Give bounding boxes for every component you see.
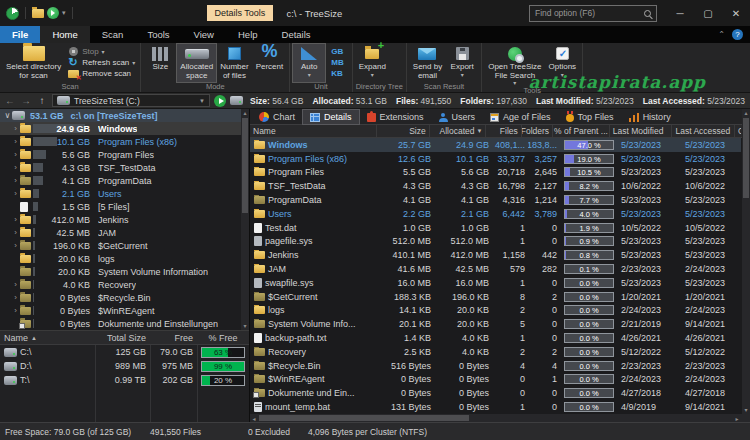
help-icon[interactable]: ? [732,29,743,40]
collapse-ribbon-icon[interactable]: ⌃ [718,30,725,39]
column-header-owner[interactable]: Owner [735,125,741,137]
start-scan-icon[interactable] [214,95,226,107]
mb-unit-button[interactable]: MB [326,57,348,68]
gb-unit-button[interactable]: GB [326,46,348,57]
tab-history[interactable]: History [622,110,678,124]
tab-extensions[interactable]: Extensions [360,110,431,124]
refresh-scan-button[interactable]: Refresh scan▾ [67,57,135,68]
table-row-tsf-testdata[interactable]: TSF_TestData4.3 GB4.3 GB16,7982,1278.2 %… [250,179,741,193]
tab-file[interactable]: File [0,26,40,43]
scroll-right-icon[interactable]: ▸ [733,414,741,422]
drives-column-free[interactable]: Free [150,331,197,344]
percent-button[interactable]: Percent [253,44,287,82]
table-row-users[interactable]: Users2.2 GB2.1 GB6,4423,7894.0 %5/23/202… [250,207,741,221]
open-folder-icon[interactable] [32,9,44,18]
expand-button[interactable]: Expand▾ [356,44,389,82]
tree-expander-icon[interactable]: › [11,306,20,315]
tab-tools[interactable]: Tools [135,26,181,43]
tree-row-recovery[interactable]: ›4.0 KBRecovery [0,278,241,291]
tree-expander-icon[interactable]: › [11,293,20,302]
table-row-windows[interactable]: Windows25.7 GB24.9 GB408,1...183,8...47.… [250,138,741,152]
tree-row-jenkins[interactable]: ›412.0 MBJenkins [0,213,241,226]
quick-scan-icon[interactable] [47,7,59,19]
column-header-name[interactable]: Name [250,125,377,137]
table-row-dokumente-und-ein[interactable]: Dokumente und Ein...0 Bytes0 Bytes000.0 … [250,386,741,400]
tree-expander-icon[interactable]: › [11,163,20,172]
tree-row-5-files[interactable]: 1.5 GB[5 Files] [0,200,241,213]
scroll-up-icon[interactable]: ▴ [742,109,750,117]
horizontal-scrollbar[interactable]: ◂ ▸ [250,414,750,422]
tree-row-program-files[interactable]: ›5.6 GBProgram Files [0,148,241,161]
scroll-down-icon[interactable]: ▾ [241,322,249,330]
tree-expander-icon[interactable]: › [11,228,20,237]
table-row-recovery[interactable]: Recovery2.5 KB4.0 KB220.0 %5/12/20225/12… [250,345,741,359]
table-row-system-volume-info[interactable]: System Volume Info...20.1 KB20.0 KB500.0… [250,317,741,331]
back-icon[interactable]: ← [4,95,16,106]
tree-expander-icon[interactable]: › [11,137,20,146]
tree-scrollbar[interactable]: ▴ ▾ [241,109,249,330]
quick-access-dropdown-icon[interactable]: ▾ [62,9,66,17]
table-row-jenkins[interactable]: Jenkins410.1 MB412.0 MB1,1584420.8 %5/23… [250,248,741,262]
table-row-program-files-x86[interactable]: Program Files (x86)12.6 GB10.1 GB33,3773… [250,152,741,166]
column-header-folders[interactable]: Folders [522,125,553,137]
tree-expander-icon[interactable]: › [11,176,20,185]
tree-expander-icon[interactable]: ∨ [3,111,12,120]
scroll-up-icon[interactable]: ▴ [241,109,249,117]
tab-home[interactable]: Home [40,26,89,43]
tree-expander-icon[interactable]: › [11,215,20,224]
tree-expander-icon[interactable]: › [11,124,20,133]
scroll-left-icon[interactable]: ◂ [250,414,258,422]
scan-target-combobox[interactable]: TreeSizeTest (C:) ▼ [52,94,210,107]
maximize-button[interactable]: ▢ [694,0,722,26]
horizontal-scroll-thumb[interactable] [259,415,469,421]
tree-row-tsf-testdata[interactable]: ›4.3 GBTSF_TestData [0,161,241,174]
minimize-button[interactable]: ─ [666,0,694,26]
tree-row-jam[interactable]: ›42.5 MBJAM [0,226,241,239]
table-row-jam[interactable]: JAM41.6 MB42.5 MB5792820.1 %2/23/20232/2… [250,262,741,276]
drives-column-free[interactable]: % Free [197,331,249,344]
drives-column-total-size[interactable]: Total Size [95,331,150,344]
forward-icon[interactable]: → [20,95,32,106]
scroll-down-icon[interactable]: ▾ [742,406,750,414]
table-row-recycle-bin[interactable]: $Recycle.Bin516 Bytes0 Bytes440.0 %2/23/… [250,359,741,373]
tree-scroll-thumb[interactable] [242,118,248,213]
tree-row-programdata[interactable]: ›4.1 GBProgramData [0,174,241,187]
close-button[interactable]: ✕ [722,0,750,26]
tree-row-system-volume-information[interactable]: 20.0 KBSystem Volume Information [0,265,241,278]
table-row-logs[interactable]: logs14.1 KB20.0 KB200.0 %2/24/20232/24/2… [250,304,741,318]
tree-row-windows[interactable]: ›24.9 GBWindows [0,122,241,135]
column-header-files[interactable]: Files [486,125,521,137]
tree-expander-icon[interactable]: › [11,150,20,159]
allocated-space-button[interactable]: Allocated space [177,44,216,82]
drive-row-c[interactable]: C:\125 GB79.0 GB63 % [0,345,249,359]
tree-row-users[interactable]: ›2.1 GBUsers [0,187,241,200]
tab-users[interactable]: Users [432,110,483,124]
tree-row-c-on-treesizetest[interactable]: ∨53.1 GBc:\ on [TreeSizeTest] [0,109,241,122]
select-directory-for-scan-button[interactable]: Select directory for scan [3,44,64,82]
column-header-last-modified[interactable]: Last Modified [610,125,673,137]
find-option-search[interactable]: Find option (F6) [529,5,657,22]
tab-age-of-files[interactable]: Age of Files [483,110,558,124]
table-scrollbar[interactable]: ▴ ▾ [742,109,750,414]
table-row-getcurrent[interactable]: $GetCurrent188.3 KB196.0 KB820.0 %1/20/2… [250,290,741,304]
tree-expander-icon[interactable]: › [11,241,20,250]
drive-row-t[interactable]: T:\0.99 TB202 GB20 % [0,373,249,387]
column-header-size[interactable]: Size [377,125,430,137]
tab-scan[interactable]: Scan [90,26,136,43]
tree-row-winreagent[interactable]: ›0 Bytes$WinREAgent [0,304,241,317]
drive-row-d[interactable]: D:\989 MB975 MB99 % [0,359,249,373]
table-row-mount-temp-bat[interactable]: mount_temp.bat131 Bytes0 Bytes100.0 %4/9… [250,400,741,414]
table-row-program-files[interactable]: Program Files5.5 GB5.6 GB20,7182,64510.5… [250,166,741,180]
export-button[interactable]: Export▾ [446,44,478,82]
send-by-email-button[interactable]: Send by email [410,44,445,82]
tree-expander-icon[interactable]: › [11,189,20,198]
table-row-winreagent[interactable]: $WinREAgent0 Bytes0 Bytes010.0 %2/24/202… [250,373,741,387]
table-row-backup-path-txt[interactable]: backup-path.txt1.4 KB4.0 KB100.0 %4/26/2… [250,331,741,345]
tab-details[interactable]: Details [270,26,323,43]
column-header-last-accessed[interactable]: Last Accessed [672,125,735,137]
kb-unit-button[interactable]: KB [326,68,348,79]
table-row-test-dat[interactable]: Test.dat1.0 GB1.0 GB101.9 %10/5/202210/5… [250,221,741,235]
tab-details[interactable]: Details [303,110,359,124]
tab-top-files[interactable]: Top Files [559,110,621,124]
column-header-allocated[interactable]: Allocated▼ [430,125,487,137]
